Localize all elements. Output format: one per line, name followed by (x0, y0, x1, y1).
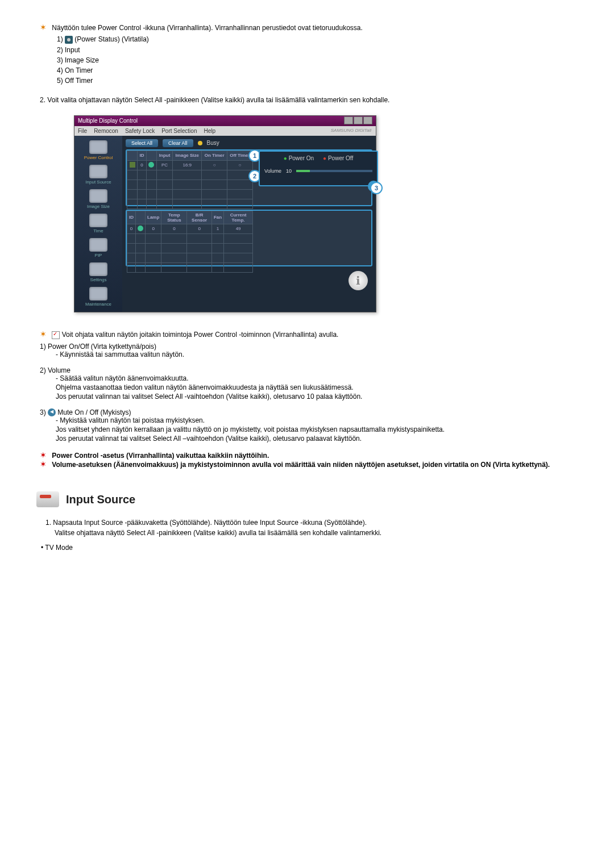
sec2-num: 1. (45, 519, 51, 527)
sidebar-label-6: Maintenance (85, 302, 111, 307)
g1-h0 (127, 151, 138, 160)
intro-numlist: 1) (Power Status) (Virtatila) 2) Input 3… (57, 35, 580, 85)
table-row[interactable]: 0 PC 16:9 ○ ○ (127, 160, 253, 170)
sec2-line1: Napsauta Input Source -pääkuvaketta (Syö… (53, 519, 367, 527)
menu-file[interactable]: File (78, 128, 87, 134)
main-panel: Select All Clear All Busy ID Input Image… (122, 136, 376, 312)
sidebar-item-time[interactable]: Time (81, 214, 115, 233)
g2-fan: 1 (211, 224, 223, 233)
section-title: Input Source (66, 493, 135, 506)
sidebar-item-settings[interactable]: Settings (81, 262, 115, 282)
g1-h1: ID (138, 151, 147, 160)
star-icon: ✶ (40, 329, 48, 339)
g1-h5: On Timer (202, 151, 227, 160)
num-prefix-4: 4) (57, 66, 65, 74)
menu-remocon[interactable]: Remocon (94, 128, 118, 134)
item1-num: 1) (40, 343, 46, 350)
num-prefix-5: 5) (57, 77, 65, 85)
display-grid-2: ID Lamp Temp Status B/R Sensor Fan Curre… (127, 211, 253, 273)
input-source-icon (89, 165, 107, 178)
mute-small-icon (48, 408, 56, 416)
window-buttons[interactable] (343, 116, 372, 126)
cell-id: 0 (138, 160, 147, 170)
note-1: Power Control -asetus (Virranhallinta) v… (52, 452, 269, 460)
cell-input: PC (156, 160, 172, 170)
g2-h4: B/R Sensor (187, 211, 212, 224)
g2-h1 (136, 211, 146, 224)
g1-h4: Image Size (173, 151, 202, 160)
item3-line1: - Mykistää valitun näytön tai poistaa my… (56, 416, 580, 424)
sidebar-label-5: Settings (90, 277, 107, 282)
callout-3: 3 (370, 182, 383, 194)
sidebar-item-pip[interactable]: PIP (81, 238, 115, 258)
para2-num: 2. (40, 96, 45, 104)
power-off-button[interactable]: Power Off (323, 155, 353, 161)
table-row[interactable]: 0 0 0 0 1 49 (127, 224, 253, 233)
volume-value: 10 (286, 168, 292, 174)
busy-label: Busy (207, 140, 219, 146)
g2-h5: Fan (211, 211, 223, 224)
intro-item-3: Image Size (65, 56, 99, 64)
brand-label: SAMSUNG DIGITall (331, 128, 371, 133)
g2-h3: Temp Status (161, 211, 187, 224)
time-icon (89, 214, 107, 227)
maintenance-icon (89, 287, 107, 301)
row-status-icon (138, 226, 143, 231)
sidebar-label-1: Input Source (85, 180, 111, 185)
checkbox-icon (52, 331, 60, 339)
item1-line1: - Käynnistää tai sammuttaa valitun näytö… (56, 350, 580, 358)
menu-port-selection[interactable]: Port Selection (161, 128, 197, 134)
intro-item-4: On Timer (65, 66, 93, 74)
clear-all-button[interactable]: Clear All (163, 139, 193, 147)
sidebar: Power Control Input Source Image Size Ti… (74, 136, 122, 312)
intro-text: Näyttöön tulee Power Control -ikkuna (Vi… (52, 24, 363, 32)
item3-num: 3) (40, 408, 46, 416)
select-all-button[interactable]: Select All (126, 139, 158, 147)
menu-safety-lock[interactable]: Safety Lock (125, 128, 155, 134)
sidebar-item-image-size[interactable]: Image Size (81, 189, 115, 209)
sidebar-item-input-source[interactable]: Input Source (81, 165, 115, 185)
item3-title: Mute On / Off (Mykistys) (57, 408, 131, 416)
g2-ct: 49 (224, 224, 253, 233)
window-title: Multiple Display Control (78, 118, 138, 124)
cell-ontimer: ○ (202, 160, 227, 170)
info-icon[interactable]: ℹ (349, 271, 368, 290)
g2-h6: Current Temp. (224, 211, 253, 224)
star-red-icon: ✶ (40, 450, 48, 460)
para2-text: Voit valita ohjattavan näytön Select All… (47, 96, 389, 104)
sidebar-label-3: Time (93, 228, 103, 233)
menubar: File Remocon Safety Lock Port Selection … (74, 126, 376, 136)
busy-indicator-icon (198, 141, 202, 145)
g2-h0: ID (127, 211, 136, 224)
g2-id: 0 (127, 224, 136, 233)
intro-item-1: (Power Status) (Virtatila) (74, 35, 148, 43)
row-checkbox[interactable] (130, 162, 135, 168)
g2-temp: 0 (161, 224, 187, 233)
app-window: Multiple Display Control File Remocon Sa… (74, 115, 376, 312)
titlebar: Multiple Display Control (74, 116, 376, 126)
display-grid-1: ID Input Image Size On Timer Off Timer 0… (127, 151, 253, 209)
item2-num: 2) (40, 366, 46, 374)
row-status-icon (148, 162, 154, 168)
item2-line2: Ohjelma vastaanottaa tiedon valitun näyt… (56, 383, 580, 391)
item2-title: Volume (48, 366, 70, 374)
volume-label: Volume (264, 168, 281, 174)
below-intro: Voit ohjata valitun näytön joitakin toim… (62, 331, 339, 339)
volume-slider[interactable] (296, 170, 372, 172)
right-panel: Power On Power Off Volume 10 🔊 3 (259, 151, 378, 186)
star-icon: ✶ (40, 23, 48, 32)
star-red-icon: ✶ (40, 460, 48, 469)
sidebar-item-maintenance[interactable]: Maintenance (81, 287, 115, 307)
num-prefix-2: 2) (57, 46, 65, 54)
menu-help[interactable]: Help (204, 128, 215, 134)
intro-item-2: Input (65, 46, 80, 54)
item1-title: Power On/Off (Virta kytkettynä/pois) (48, 343, 156, 350)
sidebar-item-power-control[interactable]: Power Control (81, 140, 115, 160)
power-control-icon (89, 140, 107, 154)
num-prefix-3: 3) (57, 56, 65, 64)
intro-item-5: Off Timer (65, 77, 93, 85)
power-on-button[interactable]: Power On (284, 155, 314, 161)
g2-br: 0 (187, 224, 212, 233)
pip-icon (89, 238, 107, 252)
g2-h2: Lamp (146, 211, 161, 224)
